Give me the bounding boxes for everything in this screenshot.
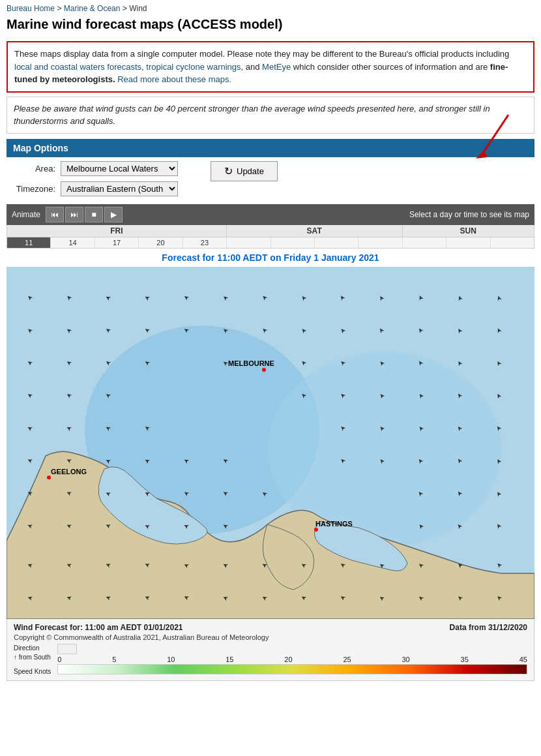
select-day-text: Select a day or time to see its map (409, 210, 529, 219)
hour-sun-1[interactable] (402, 237, 446, 248)
day-sun: SUN (402, 225, 534, 237)
svg-text:➤: ➤ (377, 561, 386, 570)
day-sat: SAT (226, 225, 402, 237)
svg-text:➤: ➤ (143, 594, 151, 602)
warning-text-3: , and (241, 62, 263, 72)
svg-text:➤: ➤ (65, 326, 73, 335)
svg-text:➤: ➤ (377, 294, 386, 301)
svg-text:➤: ➤ (455, 457, 464, 465)
svg-text:➤: ➤ (299, 359, 308, 367)
svg-text:➤: ➤ (182, 326, 190, 335)
hour-20[interactable]: 20 (138, 237, 182, 248)
map-footer-top: Wind Forecast for: 11:00 am AEDT 01/01/2… (14, 623, 527, 632)
legend-direction-sub: ↑ from South (14, 653, 51, 662)
update-btn-label: Update (237, 166, 264, 176)
svg-text:➤: ➤ (494, 294, 503, 301)
timezone-select[interactable]: Australian Eastern (South UTC AWST (61, 181, 178, 196)
svg-text:➤: ➤ (65, 294, 73, 302)
svg-text:➤: ➤ (455, 424, 464, 432)
svg-text:➤: ➤ (104, 594, 112, 602)
local-waters-link[interactable]: local and coastal waters forecasts (14, 62, 141, 72)
svg-text:➤: ➤ (494, 424, 503, 432)
speed-45: 45 (519, 656, 527, 663)
svg-text:➤: ➤ (338, 359, 347, 367)
svg-text:➤: ➤ (377, 594, 386, 603)
svg-text:➤: ➤ (65, 594, 72, 602)
hour-sat-5[interactable] (270, 237, 314, 248)
svg-text:➤: ➤ (104, 457, 112, 465)
svg-text:➤: ➤ (299, 294, 308, 302)
meteye-link[interactable]: MetEye (262, 62, 291, 72)
hour-sat-2[interactable] (226, 237, 270, 248)
timeline: FRI SAT SUN 11 14 17 20 23 (7, 225, 534, 249)
hour-sun-2[interactable] (446, 237, 490, 248)
legend-direction-label: Direction (14, 644, 51, 653)
svg-text:➤: ➤ (416, 359, 425, 367)
speed-30: 30 (402, 656, 409, 663)
read-more-link[interactable]: Read more about these maps. (117, 74, 231, 84)
svg-text:➤: ➤ (26, 522, 34, 530)
legend-direction-box (57, 644, 77, 654)
svg-text:➤: ➤ (25, 391, 34, 401)
speed-35: 35 (461, 656, 469, 663)
svg-text:➤: ➤ (494, 457, 503, 465)
svg-text:➤: ➤ (260, 489, 269, 498)
svg-text:➤: ➤ (221, 457, 229, 466)
breadcrumb-link-bureau[interactable]: Bureau Home (7, 4, 55, 13)
hour-23[interactable]: 23 (183, 237, 226, 248)
wind-arrows: ➤ ➤ ➤ ➤ ➤ ➤ ➤ ➤ ➤ ➤ ➤ ➤ ➤ ➤ ➤ ➤ ➤ ➤ ➤ ➤ … (25, 294, 503, 603)
svg-text:➤: ➤ (143, 294, 151, 303)
speed-5: 5 (112, 656, 116, 663)
svg-text:➤: ➤ (299, 561, 308, 570)
svg-text:➤: ➤ (26, 489, 34, 498)
svg-text:➤: ➤ (456, 594, 464, 603)
legend-area: Direction ↑ from South Speed Knots 0 5 1… (14, 644, 527, 676)
hour-14[interactable]: 14 (50, 237, 94, 248)
forecast-for-text: Wind Forecast for: 11:00 am AEDT 01/01/2… (14, 623, 183, 632)
update-icon: ↻ (224, 165, 233, 177)
svg-text:➤: ➤ (65, 391, 73, 401)
hour-17[interactable]: 17 (95, 237, 138, 248)
step-back-button[interactable]: ⏮ (46, 207, 64, 222)
svg-text:➤: ➤ (338, 391, 347, 400)
breadcrumb-link-marine[interactable]: Marine & Ocean (64, 4, 121, 13)
svg-text:➤: ➤ (65, 424, 72, 433)
cyclone-link[interactable]: tropical cyclone warnings (146, 62, 241, 72)
breadcrumb: Bureau Home > Marine & Ocean > Wind (0, 0, 541, 14)
svg-text:➤: ➤ (416, 294, 424, 302)
play-button[interactable]: ▶ (104, 207, 123, 222)
svg-text:➤: ➤ (455, 294, 463, 301)
svg-point-2 (85, 325, 319, 534)
hour-sat-11[interactable] (358, 237, 402, 248)
svg-text:➤: ➤ (143, 489, 151, 498)
svg-text:➤: ➤ (338, 294, 347, 302)
svg-text:➤: ➤ (416, 391, 425, 400)
svg-text:➤: ➤ (143, 326, 151, 335)
svg-text:➤: ➤ (455, 489, 464, 498)
svg-text:➤: ➤ (221, 522, 229, 531)
hour-sat-8[interactable] (314, 237, 358, 248)
svg-text:➤: ➤ (183, 561, 190, 569)
area-select[interactable]: Melbourne Local Waters Sydney Local Wate… (61, 161, 178, 176)
breadcrumb-sep-1: > (57, 4, 63, 13)
svg-text:➤: ➤ (25, 294, 34, 302)
svg-text:➤: ➤ (416, 457, 425, 465)
info-text: Please be aware that wind gusts can be 4… (14, 104, 490, 127)
speed-0: 0 (57, 656, 61, 663)
hour-sun-3[interactable] (490, 237, 534, 248)
svg-text:➤: ➤ (104, 561, 112, 569)
svg-text:➤: ➤ (416, 424, 425, 432)
svg-text:➤: ➤ (455, 359, 464, 367)
svg-text:➤: ➤ (143, 522, 151, 530)
update-btn-area: ↻ Update (211, 161, 278, 181)
svg-text:➤: ➤ (25, 359, 34, 368)
svg-text:➤: ➤ (338, 457, 347, 465)
svg-text:➤: ➤ (221, 326, 229, 335)
hour-11[interactable]: 11 (7, 237, 50, 248)
svg-text:➤: ➤ (143, 457, 151, 466)
area-label: Area: (7, 164, 55, 174)
step-forward-button[interactable]: ⏭ (65, 207, 83, 222)
update-button[interactable]: ↻ Update (211, 161, 278, 181)
legend-color-bar (57, 664, 527, 674)
stop-button[interactable]: ■ (85, 207, 103, 222)
